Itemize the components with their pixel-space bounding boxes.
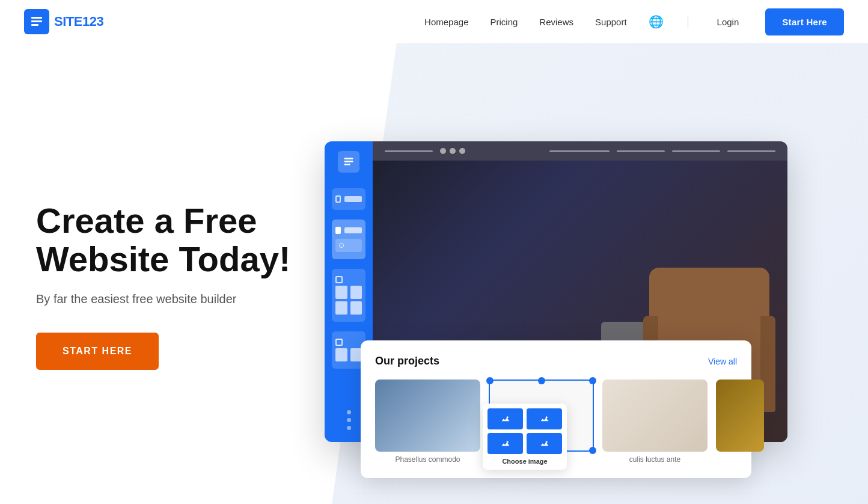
logo-icon — [24, 9, 49, 34]
svg-rect-1 — [31, 20, 42, 22]
card-caption-1: Phasellus commodo — [375, 455, 480, 464]
logo[interactable]: SITE123 — [24, 9, 103, 34]
img-sel-btn-4[interactable] — [527, 433, 562, 454]
card-img-block-1: Phasellus commodo — [375, 380, 480, 464]
card-img-block-2: Choose image Natoque — [489, 380, 594, 464]
svg-rect-5 — [344, 164, 350, 165]
img-sel-btn-3[interactable] — [487, 433, 523, 454]
nav-support[interactable]: Support — [595, 17, 627, 27]
svg-rect-4 — [344, 161, 353, 162]
svg-point-9 — [545, 441, 547, 443]
sidebar-logo-icon — [338, 151, 359, 173]
sidebar-dot-3 — [347, 426, 351, 430]
card-img-block-4 — [716, 380, 764, 464]
hero-left: Create a Free Website Today! By far the … — [0, 201, 301, 370]
img-cell-2 — [350, 286, 362, 299]
card-view-all[interactable]: View all — [708, 357, 737, 366]
top-bar-line-1 — [385, 150, 433, 152]
checkbox-4 — [335, 339, 343, 346]
sidebar-dots — [347, 410, 351, 430]
nav-pricing[interactable]: Pricing — [491, 17, 518, 27]
hero-title: Create a Free Website Today! — [36, 201, 301, 278]
projects-card: Our projects View all Phasellus commodo — [361, 340, 751, 478]
canvas-top-bar — [373, 141, 787, 161]
sidebar-tool-1 — [332, 188, 365, 210]
card-image-1 — [375, 380, 480, 452]
checkbox-2 — [335, 227, 341, 234]
svg-rect-3 — [344, 158, 353, 159]
top-bar-line-4 — [672, 150, 720, 152]
sidebar-dot-2 — [347, 418, 351, 422]
top-bar-line-2 — [549, 150, 610, 152]
nav-divider — [688, 16, 688, 28]
sidebar-search — [335, 239, 362, 252]
top-bar-line-3 — [617, 150, 665, 152]
sidebar-tool-2 — [332, 220, 365, 259]
checkbox-3 — [335, 276, 343, 283]
svg-rect-0 — [31, 17, 42, 19]
si-line-full — [344, 196, 362, 202]
svg-rect-2 — [31, 24, 38, 26]
card-header: Our projects View all — [375, 355, 737, 367]
sidebar-tool-3 — [332, 269, 365, 322]
checkbox-1 — [335, 195, 341, 203]
cta-start-here-button[interactable]: START HERE — [36, 333, 159, 370]
start-here-button[interactable]: Start Here — [765, 8, 844, 35]
top-bar-dot-1 — [440, 148, 446, 154]
img-cell-5 — [335, 348, 347, 361]
hero-subtitle: By far the easiest free website builder — [36, 292, 301, 306]
hero-right: Our projects View all Phasellus commodo — [325, 141, 868, 442]
card-caption-3: culis luctus ante — [602, 455, 708, 464]
svg-point-7 — [545, 416, 547, 418]
card-img-block-3: culis luctus ante — [602, 380, 708, 464]
image-selector-grid — [487, 408, 562, 454]
img-cell-4 — [350, 301, 362, 315]
resize-handle-br — [589, 447, 596, 454]
logo-text: SITE123 — [54, 14, 103, 29]
search-icon — [339, 243, 344, 248]
si-line-full-2 — [344, 227, 362, 233]
nav-links: Homepage Pricing Reviews Support 🌐 Login — [424, 14, 739, 29]
nav-homepage[interactable]: Homepage — [424, 17, 468, 27]
img-cell-1 — [335, 286, 347, 299]
login-link[interactable]: Login — [717, 17, 739, 27]
svg-point-8 — [506, 441, 508, 443]
navbar: SITE123 Homepage Pricing Reviews Support… — [0, 0, 868, 43]
top-bar-dot-3 — [459, 148, 465, 154]
image-selector-overlay: Choose image — [483, 404, 567, 470]
card-title: Our projects — [375, 355, 439, 367]
nav-reviews[interactable]: Reviews — [539, 17, 573, 27]
hero-section: Create a Free Website Today! By far the … — [0, 43, 868, 504]
card-images: Phasellus commodo — [375, 380, 737, 464]
top-bar-line-5 — [727, 150, 775, 152]
resize-handle-tl — [486, 377, 494, 384]
sidebar-dot-1 — [347, 410, 351, 414]
resize-handle-mt — [538, 377, 545, 384]
img-sel-btn-1[interactable] — [487, 408, 523, 429]
top-bar-dots — [440, 148, 465, 154]
globe-icon[interactable]: 🌐 — [649, 14, 664, 29]
img-sel-btn-2[interactable] — [527, 408, 562, 429]
resize-handle-tr — [589, 377, 596, 384]
top-bar-dot-2 — [450, 148, 456, 154]
image-selector-label: Choose image — [487, 458, 562, 465]
card-image-4-partial — [716, 380, 764, 452]
img-cell-3 — [335, 301, 347, 315]
svg-point-6 — [506, 416, 508, 418]
card-image-3 — [602, 380, 708, 452]
